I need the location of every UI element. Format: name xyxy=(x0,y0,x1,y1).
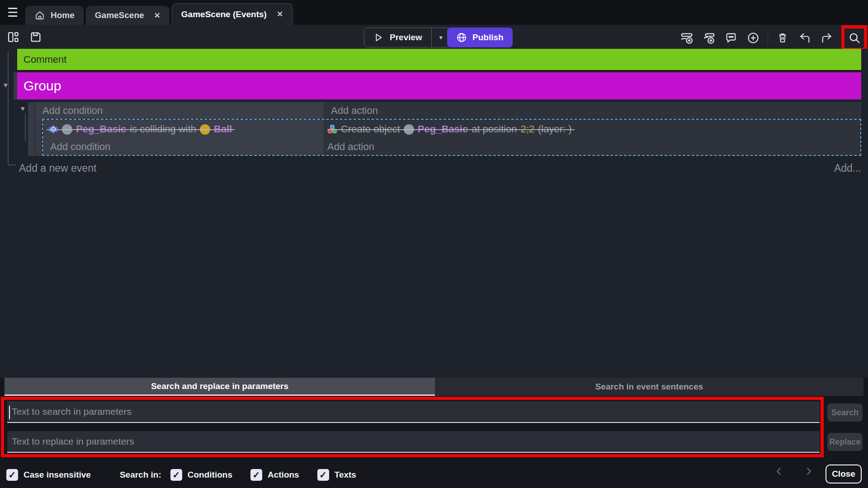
previous-result-button[interactable] xyxy=(774,466,784,476)
add-comment-button[interactable] xyxy=(723,30,739,46)
action-verb: Create object xyxy=(341,123,400,135)
undo-icon xyxy=(798,32,811,44)
chevron-down-icon: ▾ xyxy=(439,33,443,42)
close-tab-icon[interactable]: ✕ xyxy=(277,9,283,19)
add-condition-link[interactable]: Add condition xyxy=(43,139,324,155)
tree-guide-line-2 xyxy=(25,113,26,141)
object-name: Peg_Basic xyxy=(418,123,468,135)
save-button[interactable] xyxy=(28,29,43,45)
tab-search-replace-parameters[interactable]: Search and replace in parameters xyxy=(5,378,435,396)
chevron-left-icon xyxy=(774,466,784,476)
collapse-event-icon[interactable]: ▾ xyxy=(21,105,25,113)
globe-icon xyxy=(456,32,467,43)
add-action-link[interactable]: Add action xyxy=(324,102,861,119)
comment-event-row[interactable]: Comment xyxy=(17,49,861,71)
undo-button[interactable] xyxy=(797,30,812,46)
search-text-input[interactable] xyxy=(7,401,820,423)
conditions-checkbox[interactable]: ✓ xyxy=(170,469,182,481)
tab-home[interactable]: Home xyxy=(25,6,84,25)
delete-button[interactable] xyxy=(775,30,790,46)
event-drag-handle[interactable] xyxy=(35,119,42,156)
search-events-button[interactable] xyxy=(847,30,862,46)
tab-label: GameScene xyxy=(95,10,144,20)
add-event-button[interactable] xyxy=(679,30,694,46)
highlight-box-search-icon xyxy=(841,25,867,51)
choose-event-button[interactable] xyxy=(745,30,761,46)
event-drag-handle[interactable] xyxy=(14,72,17,99)
group-event-row[interactable]: Group xyxy=(17,72,861,99)
replace-text-input[interactable] xyxy=(7,431,820,453)
tab-gamescene-events[interactable]: GameScene (Events) ✕ xyxy=(172,3,292,25)
redo-icon xyxy=(821,32,833,44)
case-insensitive-label: Case insensitive xyxy=(24,470,91,480)
collision-condition-icon xyxy=(48,124,58,134)
main-menu-button[interactable]: ☰ xyxy=(0,0,25,25)
events-sheet: ▾ ▾ Comment Group Add condition Add acti… xyxy=(0,49,868,378)
add-event-menu-link[interactable]: Add... xyxy=(834,160,861,176)
action-text: at position xyxy=(472,123,517,135)
redo-button[interactable] xyxy=(819,30,835,46)
search-options-bar: ✓ Case insensitive Search in: ✓ Conditio… xyxy=(0,462,868,488)
check-icon: ✓ xyxy=(253,470,260,479)
check-icon: ✓ xyxy=(9,470,16,479)
object-name: Ball xyxy=(214,123,232,135)
replace-button[interactable]: Replace xyxy=(827,433,863,451)
create-object-action-icon xyxy=(327,124,337,134)
event-drag-handle[interactable] xyxy=(28,102,35,156)
check-icon: ✓ xyxy=(319,470,327,479)
hamburger-icon: ☰ xyxy=(7,5,18,20)
texts-label: Texts xyxy=(335,470,356,480)
condition-text: is colliding with xyxy=(130,123,196,135)
search-in-label: Search in: xyxy=(120,470,161,480)
search-panel: Search and replace in parameters Search … xyxy=(0,378,868,488)
collapse-group-icon[interactable]: ▾ xyxy=(4,81,8,89)
tab-gamescene[interactable]: GameScene ✕ xyxy=(86,6,170,25)
group-title: Group xyxy=(24,78,61,94)
condition-sentence[interactable]: Peg_Basic is colliding with Ball xyxy=(43,120,232,139)
close-tab-icon[interactable]: ✕ xyxy=(154,11,160,20)
open-panels-button[interactable] xyxy=(5,29,21,45)
add-event-icon xyxy=(680,31,693,45)
preview-button[interactable]: Preview xyxy=(364,28,431,47)
add-subevent-icon xyxy=(702,31,716,45)
object-thumbnail-ball xyxy=(200,124,210,135)
actions-label: Actions xyxy=(268,470,299,480)
case-insensitive-checkbox[interactable]: ✓ xyxy=(6,469,18,481)
home-icon xyxy=(34,10,45,21)
save-icon xyxy=(29,31,42,43)
search-icon xyxy=(848,32,861,44)
tree-guide-line xyxy=(8,52,9,165)
selected-event-row[interactable]: Peg_Basic is colliding with Ball Add con… xyxy=(42,119,861,156)
publish-button[interactable]: Publish xyxy=(447,28,513,47)
comment-bubble-icon xyxy=(725,32,737,44)
object-name: Peg_Basic xyxy=(76,123,126,135)
check-icon: ✓ xyxy=(172,470,180,479)
preview-split-button: Preview ▾ xyxy=(364,28,451,47)
close-search-button[interactable]: Close xyxy=(826,465,862,483)
add-subevent-button[interactable] xyxy=(701,30,717,46)
position-value: 2;2 xyxy=(520,123,534,135)
add-action-link[interactable]: Add action xyxy=(324,139,860,155)
next-result-button[interactable] xyxy=(804,466,814,476)
object-thumbnail-peg xyxy=(404,124,414,135)
tab-label: Home xyxy=(51,10,75,20)
tree-guide-corner xyxy=(8,164,16,165)
events-toolbar: Preview ▾ Publish xyxy=(0,25,868,49)
search-button[interactable]: Search xyxy=(827,404,863,422)
panels-icon xyxy=(7,31,19,43)
add-new-event-link[interactable]: Add a new event xyxy=(19,160,96,176)
search-panel-tabs: Search and replace in parameters Search … xyxy=(5,378,863,396)
gdevelop-window: ☰ Home GameScene ✕ GameScene (Events) ✕ xyxy=(0,0,868,488)
tab-search-event-sentences[interactable]: Search in event sentences xyxy=(435,378,863,396)
tab-label: GameScene (Events) xyxy=(181,9,267,19)
conditions-label: Conditions xyxy=(188,470,232,480)
action-sentence[interactable]: Create object Peg_Basic at position 2;2 … xyxy=(324,120,572,139)
actions-checkbox[interactable]: ✓ xyxy=(250,469,262,481)
chevron-right-icon xyxy=(804,466,814,476)
toolbar-separator xyxy=(768,30,768,46)
tab-bar: ☰ Home GameScene ✕ GameScene (Events) ✕ xyxy=(0,0,868,25)
trash-icon xyxy=(777,32,788,44)
add-condition-link[interactable]: Add condition xyxy=(35,102,324,119)
texts-checkbox[interactable]: ✓ xyxy=(317,469,329,481)
object-thumbnail-peg xyxy=(62,124,72,135)
